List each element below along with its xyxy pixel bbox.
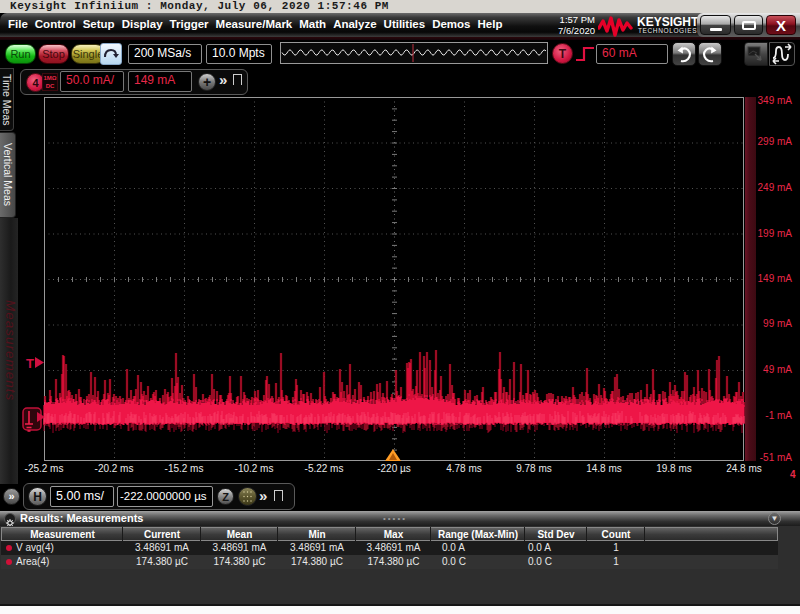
svg-text:T: T: [26, 356, 34, 371]
